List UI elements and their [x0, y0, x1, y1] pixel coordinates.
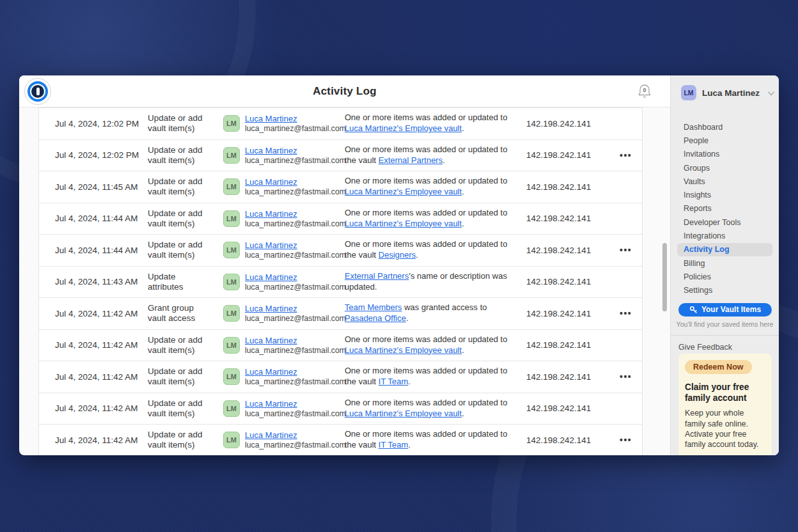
- sidebar-item-insights[interactable]: Insights: [677, 188, 772, 201]
- your-vault-items-button[interactable]: Your Vault Items: [678, 303, 772, 317]
- user-name-link[interactable]: Luca Martinez: [245, 336, 346, 345]
- description-link[interactable]: Team Members: [345, 302, 402, 312]
- description-link[interactable]: External Partners: [379, 155, 442, 165]
- app-header: Activity Log 0: [19, 75, 670, 107]
- avatar: LM: [681, 85, 696, 100]
- row-options-button[interactable]: •••: [620, 309, 632, 318]
- description-link[interactable]: Pasadena Office: [345, 313, 406, 323]
- table-row: Jul 4, 2024, 11:42 AMUpdate or add vault…: [39, 330, 642, 362]
- description-link[interactable]: IT Team: [379, 440, 408, 450]
- activity-user: LMLuca Martinezluca_martinez@fastmail.co…: [223, 336, 345, 355]
- chevron-down-icon: [768, 91, 774, 96]
- description-link[interactable]: IT Team: [379, 377, 408, 386]
- user-email: luca_martinez@fastmail.com: [245, 409, 346, 418]
- activity-description: External Partners's name or description …: [345, 271, 526, 293]
- description-link[interactable]: Designers: [379, 250, 416, 260]
- activity-user: LMLuca Martinezluca_martinez@fastmail.co…: [223, 304, 345, 323]
- app-window: Activity Log 0 Jul 4, 2024, 12:02 PMUpda…: [19, 75, 779, 455]
- account-menu[interactable]: LM Luca Martinez: [671, 75, 779, 100]
- avatar: LM: [223, 178, 240, 195]
- avatar: LM: [223, 305, 240, 322]
- sidebar-item-settings[interactable]: Settings: [677, 284, 772, 297]
- user-name-link[interactable]: Luca Martinez: [245, 240, 346, 250]
- table-row: Jul 4, 2024, 11:42 AMGrant group vault a…: [39, 298, 642, 330]
- user-name-link[interactable]: Luca Martinez: [245, 399, 346, 409]
- sidebar-item-groups[interactable]: Groups: [677, 161, 772, 175]
- user-name-link[interactable]: Luca Martinez: [245, 177, 346, 187]
- user-email: luca_martinez@fastmail.com: [245, 251, 346, 260]
- row-options-button[interactable]: •••: [620, 372, 632, 381]
- activity-action: Update or add vault item(s): [148, 335, 223, 356]
- redeem-now-button[interactable]: Redeem Now: [685, 360, 752, 374]
- sidebar-item-vaults[interactable]: Vaults: [677, 175, 772, 188]
- activity-menu-cell: •••: [620, 151, 642, 160]
- activity-description: One or more items was added or updated t…: [345, 176, 526, 198]
- sidebar-item-invitations[interactable]: Invitations: [677, 148, 772, 161]
- activity-ip-address: 142.198.242.141: [526, 435, 620, 445]
- key-icon: [689, 306, 698, 314]
- notification-bell-icon[interactable]: 0: [637, 84, 652, 100]
- activity-action: Update attributes: [148, 272, 223, 292]
- sidebar-item-integrations[interactable]: Integrations: [677, 229, 772, 242]
- activity-description: Team Members was granted access to Pasad…: [345, 302, 526, 324]
- activity-ip-address: 142.198.242.141: [526, 150, 620, 160]
- activity-user: LMLuca Martinezluca_martinez@fastmail.co…: [223, 399, 345, 418]
- sidebar-item-people[interactable]: People: [677, 134, 772, 147]
- notification-count: 0: [643, 87, 646, 93]
- activity-table-area: Jul 4, 2024, 12:02 PMUpdate or add vault…: [19, 107, 670, 455]
- table-row: Jul 4, 2024, 11:43 AMUpdate attributesLM…: [39, 267, 642, 299]
- user-email: luca_martinez@fastmail.com: [245, 346, 346, 355]
- table-row: Jul 4, 2024, 11:44 AMUpdate or add vault…: [39, 235, 642, 267]
- activity-menu-cell: •••: [620, 246, 642, 254]
- activity-ip-address: 142.198.242.141: [526, 182, 620, 192]
- activity-action: Grant group vault access: [148, 303, 223, 324]
- description-link[interactable]: Luca Martinez's Employee vault: [345, 345, 462, 355]
- user-name-link[interactable]: Luca Martinez: [245, 209, 346, 219]
- user-name-link[interactable]: Luca Martinez: [245, 430, 346, 440]
- promo-title: Claim your free family account: [685, 382, 765, 403]
- activity-date: Jul 4, 2024, 11:42 AM: [39, 340, 148, 350]
- row-options-button[interactable]: •••: [620, 246, 632, 254]
- activity-ip-address: 142.198.242.141: [526, 246, 620, 255]
- sidebar-item-dashboard[interactable]: Dashboard: [677, 120, 772, 134]
- vertical-scrollbar[interactable]: [662, 243, 667, 311]
- description-link[interactable]: Luca Martinez's Employee vault: [345, 123, 462, 133]
- activity-ip-address: 142.198.242.141: [526, 340, 620, 350]
- give-feedback-link[interactable]: Give Feedback: [678, 343, 779, 352]
- user-email: luca_martinez@fastmail.com: [245, 441, 346, 450]
- activity-date: Jul 4, 2024, 11:42 AM: [39, 309, 148, 318]
- activity-user: LMLuca Martinezluca_martinez@fastmail.co…: [223, 240, 345, 260]
- activity-date: Jul 4, 2024, 12:02 PM: [39, 119, 148, 129]
- description-link[interactable]: Luca Martinez's Employee vault: [345, 187, 462, 196]
- row-options-button[interactable]: •••: [620, 435, 632, 444]
- user-name-link[interactable]: Luca Martinez: [245, 304, 346, 313]
- sidebar-item-activity-log[interactable]: Activity Log: [677, 243, 772, 256]
- activity-ip-address: 142.198.242.141: [526, 119, 620, 129]
- sidebar-item-developer-tools[interactable]: Developer Tools: [677, 215, 772, 229]
- description-link[interactable]: Luca Martinez's Employee vault: [345, 409, 462, 418]
- description-link[interactable]: External Partners: [345, 271, 409, 281]
- row-options-button[interactable]: •••: [620, 151, 632, 160]
- main-column: Activity Log 0 Jul 4, 2024, 12:02 PMUpda…: [19, 75, 670, 455]
- avatar: LM: [223, 147, 240, 164]
- user-name-link[interactable]: Luca Martinez: [245, 367, 346, 377]
- activity-description: One or more items was added or updated t…: [345, 334, 526, 356]
- table-row: Jul 4, 2024, 11:45 AMUpdate or add vault…: [39, 171, 642, 203]
- activity-ip-address: 142.198.242.141: [526, 214, 620, 223]
- activity-description: One or more items was added or updated t…: [345, 208, 526, 230]
- activity-ip-address: 142.198.242.141: [526, 372, 620, 382]
- activity-action: Update or add vault item(s): [148, 208, 223, 229]
- description-link[interactable]: Luca Martinez's Employee vault: [345, 219, 462, 228]
- activity-description: One or more items was added or updated t…: [345, 113, 526, 134]
- user-name-link[interactable]: Luca Martinez: [245, 146, 346, 155]
- sidebar-item-billing[interactable]: Billing: [677, 256, 772, 270]
- your-vault-items-label: Your Vault Items: [701, 305, 761, 314]
- user-name-link[interactable]: Luca Martinez: [245, 114, 346, 123]
- activity-description: One or more items was added or updated t…: [345, 366, 526, 387]
- sidebar-item-policies[interactable]: Policies: [677, 270, 772, 283]
- sidebar-item-reports[interactable]: Reports: [677, 202, 772, 215]
- activity-description: One or more items was added or updated t…: [345, 398, 526, 419]
- activity-date: Jul 4, 2024, 11:45 AM: [39, 182, 148, 192]
- user-name-link[interactable]: Luca Martinez: [245, 272, 346, 282]
- user-email: luca_martinez@fastmail.com: [245, 187, 346, 196]
